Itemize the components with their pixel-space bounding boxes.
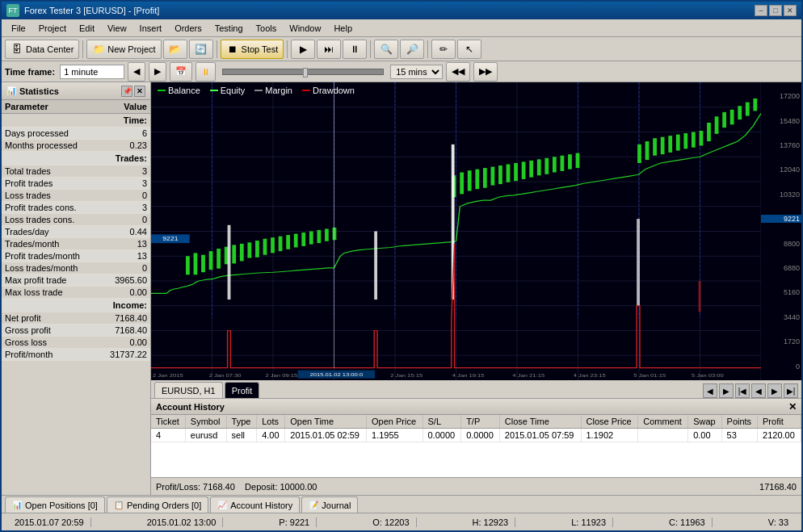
chart-scroll-left[interactable]: ◀: [703, 383, 717, 398]
col-tp: T/P: [461, 415, 500, 429]
data-center-button[interactable]: 🗄 Data Center: [5, 40, 79, 59]
col-value: Value: [99, 100, 150, 114]
menu-project[interactable]: Project: [32, 19, 73, 36]
menu-orders[interactable]: Orders: [168, 19, 208, 36]
toolbar-main: 🗄 Data Center 📁 New Project 📂 🔄 ⏹ Stop T…: [2, 37, 801, 61]
chart-prev-btn[interactable]: ◀: [751, 383, 766, 398]
svg-rect-52: [475, 170, 479, 190]
window-title: Forex Tester 3 [EURUSD] - [Profit]: [24, 6, 159, 15]
menu-insert[interactable]: Insert: [133, 19, 169, 36]
cursor-button[interactable]: ↖: [457, 40, 481, 59]
svg-rect-80: [746, 103, 750, 116]
svg-rect-78: [730, 110, 734, 124]
zoom-out-button[interactable]: 🔎: [400, 40, 424, 59]
draw-icon: ✏: [437, 43, 450, 56]
y-axis: 17200 15480 13760 12040 10320 9221 8800 …: [761, 82, 801, 380]
tf-pause-button[interactable]: ⏸: [195, 62, 216, 82]
statistics-header: 📊 Statistics 📌 ✕: [2, 82, 150, 100]
chart-tab-profit[interactable]: Profit: [225, 382, 260, 398]
timeframe-input[interactable]: [60, 65, 124, 79]
tab-account-history[interactable]: 📈 Account History: [210, 496, 300, 513]
time-interval-select[interactable]: 15 mins 1 min 5 mins 30 mins: [390, 65, 443, 79]
account-history-table-container[interactable]: Ticket Symbol Type Lots Open Time Open P…: [151, 415, 801, 477]
stats-pin-button[interactable]: 📌: [121, 86, 132, 97]
statistics-panel: 📊 Statistics 📌 ✕ Parameter Value: [2, 82, 151, 495]
menu-help[interactable]: Help: [327, 19, 359, 36]
time-forward-button[interactable]: ▶▶: [473, 62, 498, 82]
svg-rect-47: [325, 228, 329, 241]
svg-text:4 Jan 23:15: 4 Jan 23:15: [574, 373, 606, 378]
tab-journal[interactable]: 📝 Journal: [301, 496, 358, 513]
maximize-button[interactable]: □: [769, 5, 782, 16]
tab-pending-orders-label: Pending Orders [0]: [127, 501, 201, 510]
svg-rect-30: [194, 253, 198, 274]
chart-play-btn[interactable]: ▶: [719, 383, 734, 398]
chart-area: Balance Equity Margin Drawdown: [151, 82, 801, 398]
time-back-button[interactable]: ◀◀: [446, 62, 470, 82]
svg-rect-55: [498, 165, 502, 184]
menu-window[interactable]: Window: [283, 19, 327, 36]
account-history-close[interactable]: ✕: [788, 401, 797, 413]
tab-pending-orders[interactable]: 📋 Pending Orders [0]: [107, 496, 208, 513]
cursor-icon: ↖: [463, 43, 476, 56]
svg-rect-39: [263, 239, 267, 255]
svg-rect-37: [247, 242, 251, 258]
y-label-8800: 8800: [761, 240, 801, 248]
tf-back-button[interactable]: ◀: [128, 62, 145, 82]
param-trades-per-month: Trades/month: [2, 238, 99, 250]
svg-rect-53: [483, 168, 487, 188]
col-symbol: Symbol: [185, 415, 226, 429]
zoom-in-button[interactable]: 🔍: [374, 40, 398, 59]
new-project-button[interactable]: 📁 New Project: [86, 40, 161, 59]
account-history-panel: Account History ✕ Ticket Symbol Type Lot…: [151, 398, 801, 495]
svg-rect-41: [279, 237, 283, 251]
chart-tab-eurusd-h1[interactable]: EURUSD, H1: [154, 382, 223, 398]
table-row[interactable]: 4 eurusd sell 4.00 2015.01.05 02:59 1.19…: [151, 429, 801, 442]
chart-next-btn[interactable]: ▶: [767, 383, 782, 398]
stats-close-button[interactable]: ✕: [134, 86, 145, 97]
chart-last-btn[interactable]: ▶|: [784, 383, 798, 398]
account-history-title: Account History: [156, 402, 225, 412]
svg-rect-32: [209, 251, 213, 270]
val-total-trades: 3: [99, 165, 150, 178]
cell-symbol: eurusd: [185, 429, 226, 442]
stop-test-button[interactable]: ⏹ Stop Test: [221, 40, 284, 59]
menu-edit[interactable]: Edit: [73, 19, 101, 36]
step-forward-button[interactable]: ⏭: [317, 40, 341, 59]
open-button[interactable]: 📂: [163, 40, 187, 59]
tab-journal-label: Journal: [322, 501, 351, 510]
play-button[interactable]: ▶: [291, 40, 315, 59]
pause-button[interactable]: ⏸: [343, 40, 367, 59]
legend-margin-label: Margin: [265, 86, 292, 95]
new-project-icon: 📁: [92, 43, 105, 56]
pause-icon: ⏸: [348, 43, 361, 56]
toolbar-separator-4: [370, 40, 371, 58]
row-trades-per-day: Trades/day 0.44: [2, 226, 150, 238]
param-profit-trades-per-month: Profit trades/month: [2, 250, 99, 262]
menu-view[interactable]: View: [101, 19, 133, 36]
menu-file[interactable]: File: [5, 19, 32, 36]
statistics-title: Statistics: [19, 86, 59, 96]
status-price: P: 9221: [272, 517, 317, 527]
app-icon: FT: [6, 4, 19, 17]
tf-forward-button[interactable]: ▶: [149, 62, 166, 82]
tab-account-history-label: Account History: [230, 501, 292, 510]
minimize-button[interactable]: –: [755, 5, 767, 16]
col-type: Type: [226, 415, 257, 429]
menu-testing[interactable]: Testing: [208, 19, 250, 36]
svg-rect-57: [514, 163, 518, 181]
close-button[interactable]: ✕: [784, 5, 797, 16]
val-loss-trades-cons: 0: [99, 214, 150, 226]
menu-tools[interactable]: Tools: [250, 19, 284, 36]
tab-open-positions[interactable]: 📊 Open Positions [0]: [5, 496, 105, 513]
param-gross-profit: Gross profit: [2, 325, 99, 337]
tf-calendar-button[interactable]: 📅: [170, 62, 192, 82]
draw-button[interactable]: ✏: [431, 40, 456, 59]
stats-icon: 📊: [6, 86, 16, 95]
svg-rect-76: [715, 116, 719, 134]
open-icon: 📂: [169, 43, 182, 56]
chart-first-btn[interactable]: |◀: [735, 383, 750, 398]
refresh-button[interactable]: 🔄: [189, 40, 213, 59]
data-center-label: Data Center: [26, 44, 74, 54]
speed-slider[interactable]: [222, 69, 384, 75]
